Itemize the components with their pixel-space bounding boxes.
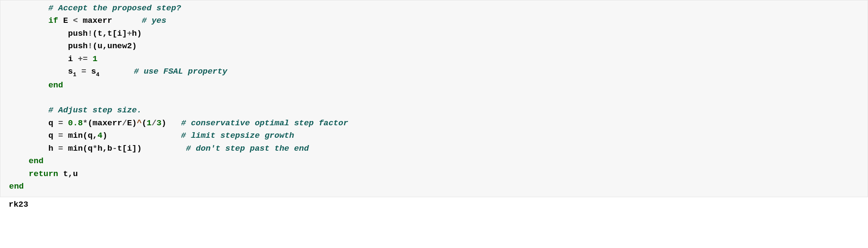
operator: * (83, 118, 87, 128)
code-text (76, 67, 81, 76)
number: 1 (147, 118, 151, 128)
code-text: s (86, 67, 96, 76)
code-text: E) (127, 118, 137, 128)
comment: # use FSAL property (134, 67, 228, 76)
code-block: # Accept the proposed step? if E < maxer… (0, 0, 868, 197)
keyword-if: if (48, 16, 58, 25)
subscript: 1 (73, 71, 76, 78)
code-text: maxerr (78, 16, 142, 25)
comment: # Adjust step size. (48, 105, 142, 115)
operator: - (112, 144, 117, 153)
comment: # don't step past the end (186, 144, 309, 153)
code-text: t[i]) (117, 144, 186, 153)
operator: ! (87, 29, 92, 38)
code-text (63, 118, 68, 128)
keyword-return: return (29, 169, 58, 179)
number: 1 (93, 54, 97, 64)
operator: ! (87, 41, 92, 51)
code-text: ( (142, 118, 147, 128)
number: 3 (156, 118, 161, 128)
code-text: q (9, 118, 58, 128)
keyword-end: end (9, 182, 24, 191)
code-text: ) (162, 118, 181, 128)
code-text: (u,unew2) (93, 41, 137, 51)
operator: += (78, 54, 88, 64)
operator: * (93, 144, 97, 153)
code-text: s (9, 67, 73, 76)
code-text: q (9, 131, 58, 140)
code-text: push (9, 41, 87, 51)
operator-caret: ^ (137, 118, 142, 128)
number: 0.8 (68, 118, 83, 128)
code-text: min(q, (63, 131, 97, 140)
code-text: min(q (63, 144, 92, 153)
operator: / (122, 118, 127, 128)
code-text (9, 105, 48, 115)
comment: # Accept the proposed step? (9, 3, 181, 13)
code-text (100, 67, 134, 76)
comment: # limit stepsize growth (181, 131, 294, 140)
code-text: h) (132, 29, 142, 38)
operator: < (73, 16, 78, 25)
code-text (9, 156, 29, 166)
output-text: rk23 (0, 197, 868, 209)
code-text: h (9, 144, 58, 153)
code-text: E (58, 16, 73, 25)
code-text (9, 16, 48, 25)
code-text: ) (103, 131, 181, 140)
operator: + (127, 29, 132, 38)
operator: = (81, 67, 86, 76)
operator: = (58, 144, 63, 153)
operator: / (152, 118, 156, 128)
number: 4 (97, 131, 102, 140)
code-text (9, 81, 48, 90)
subscript: 4 (96, 71, 100, 78)
comment: # yes (142, 16, 166, 25)
code-text: h,b (97, 144, 112, 153)
code-text (87, 54, 92, 64)
code-text: i (9, 54, 78, 64)
operator: = (58, 131, 63, 140)
code-text (9, 169, 29, 179)
comment: # conservative optimal step factor (181, 118, 348, 128)
keyword-end: end (29, 156, 44, 166)
operator: = (58, 118, 63, 128)
code-text: (maxerr (87, 118, 122, 128)
code-text: push (9, 29, 87, 38)
code-text: t,u (58, 169, 78, 179)
code-text: (t,t[i] (93, 29, 127, 38)
keyword-end: end (48, 81, 63, 90)
